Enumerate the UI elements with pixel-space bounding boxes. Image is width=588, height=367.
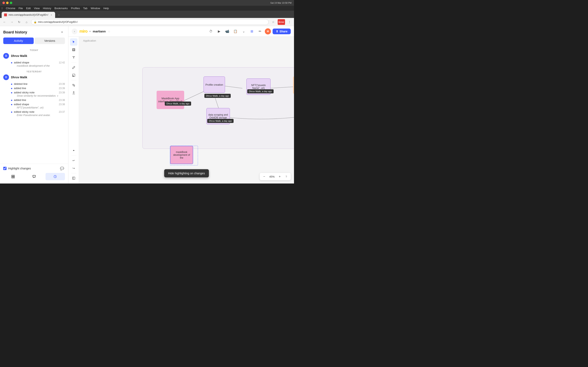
- undo-btn[interactable]: ↩: [70, 157, 77, 164]
- browser-chrome: miro.com/app/board/uXjVOFvqy80=/ × + ← →…: [0, 11, 294, 26]
- active-tab[interactable]: miro.com/app/board/uXjVOFvqy80=/ ×: [2, 12, 55, 18]
- main-area: ‹ miro ▾ martiann ☆ ⏱ ▶ 📹 📋 ⌄ ⊞ ✏ M ⬆ Sh…: [68, 26, 294, 184]
- activity-item-added-line: added line 23:39: [3, 86, 65, 90]
- frame-tool[interactable]: [70, 46, 77, 53]
- more-btn[interactable]: ⌄: [240, 28, 247, 35]
- activity-dot: [11, 62, 12, 63]
- activity-item-edited-shape: edited shape 23:38 NFT("psuedoName", uri…: [3, 102, 65, 110]
- close-window-btn[interactable]: [2, 2, 5, 4]
- share-btn[interactable]: ⬆ Share: [273, 29, 291, 34]
- svg-rect-3: [13, 177, 15, 178]
- comment-btn[interactable]: [24, 173, 44, 180]
- help-menu[interactable]: Help: [103, 7, 109, 10]
- activity-tab[interactable]: Activity: [3, 38, 34, 44]
- history-menu[interactable]: History: [43, 7, 51, 10]
- versions-tab[interactable]: Versions: [35, 38, 65, 44]
- window-menu[interactable]: Window: [91, 7, 100, 10]
- view-menu[interactable]: View: [34, 7, 40, 10]
- expand-btn[interactable]: ▾: [57, 95, 58, 97]
- bookmark-btn[interactable]: ☆: [270, 19, 276, 25]
- edit-menu[interactable]: Edit: [26, 7, 31, 10]
- activity-line: added shape 12:42: [14, 61, 65, 64]
- file-menu[interactable]: File: [18, 7, 23, 10]
- reload-btn[interactable]: ↻: [16, 19, 22, 25]
- present-btn[interactable]: ▶: [216, 28, 222, 35]
- draw-btn[interactable]: ✏: [257, 28, 263, 35]
- address-text: miro.com/app/board/uXjVOFvqy80=/: [38, 21, 78, 24]
- activity-action-5: added line: [14, 99, 26, 101]
- draw-tool[interactable]: [70, 64, 77, 71]
- forward-btn[interactable]: →: [9, 19, 15, 25]
- miro-chevron[interactable]: ▾: [89, 30, 91, 33]
- new-tab-btn[interactable]: +: [56, 12, 62, 18]
- video-btn[interactable]: 📹: [224, 28, 231, 35]
- comment-icon: [32, 175, 36, 178]
- tab-favicon: [4, 13, 7, 16]
- activity-line-7: edited sticky note 23:37: [14, 110, 65, 113]
- zoom-help-btn[interactable]: ?: [284, 174, 289, 179]
- activity-text-3: added line 23:39: [14, 87, 65, 90]
- sticky-tool[interactable]: [70, 72, 77, 79]
- timer-btn[interactable]: ⏱: [208, 28, 214, 35]
- settings-btn[interactable]: ⋮: [287, 19, 292, 25]
- history-btn[interactable]: [45, 173, 65, 180]
- svg-rect-7: [72, 177, 75, 179]
- address-bar[interactable]: 🔒 miro.com/app/board/uXjVOFvqy80=/: [31, 19, 269, 25]
- activity-preview-6: NFT("psuedoName", uri): [14, 106, 65, 109]
- maximize-window-btn[interactable]: [10, 2, 12, 4]
- tab-close-btn[interactable]: ×: [50, 13, 53, 16]
- user-name-1: Dhruv Malik: [11, 54, 27, 58]
- activity-dot-7: [11, 111, 12, 113]
- profiles-menu[interactable]: Profiles: [71, 7, 80, 10]
- title-bar-right: Sat 19 Mar 10:58 PM: [270, 2, 292, 4]
- svg-rect-2: [11, 177, 13, 178]
- bookmarks-menu[interactable]: Bookmarks: [54, 7, 68, 10]
- zoom-in-btn[interactable]: +: [277, 174, 282, 179]
- cursor-tool[interactable]: [70, 38, 77, 46]
- text-icon: [72, 56, 75, 59]
- zoom-level: 45%: [268, 175, 276, 178]
- zoom-controls: − 45% + ?: [260, 173, 291, 180]
- panel-toggle-btn[interactable]: [70, 175, 77, 182]
- nav-prev-btn[interactable]: ‹: [72, 29, 77, 34]
- activity-item-added-line-2: added line 23:38: [3, 98, 65, 102]
- upload-tool[interactable]: [70, 89, 77, 97]
- chrome-menu[interactable]: Chrome: [6, 7, 15, 10]
- app-layout: Board history × Activity Versions TODAY …: [0, 26, 294, 184]
- tab-title: miro.com/app/board/uXjVOFvqy80=/: [9, 13, 48, 16]
- minimize-window-btn[interactable]: [6, 2, 9, 4]
- extensions-btn[interactable]: Error: [278, 19, 285, 25]
- layout-icon: [11, 175, 15, 178]
- redo-btn[interactable]: ↪: [70, 165, 77, 172]
- more-tools-btn[interactable]: [70, 147, 77, 154]
- zoom-out-btn[interactable]: −: [262, 174, 267, 179]
- shape-profile-creation[interactable]: Profile creation: [204, 76, 225, 93]
- apple-menu[interactable]: : [2, 7, 3, 10]
- board-star-icon[interactable]: ☆: [108, 30, 111, 33]
- highlight-label: Highlight changes: [8, 167, 58, 170]
- home-btn[interactable]: ⌂: [24, 19, 29, 25]
- filter-btn[interactable]: ⊞: [249, 28, 255, 35]
- tab-menu[interactable]: Tab: [83, 7, 87, 10]
- toolbar-spacer: [70, 147, 77, 154]
- sidebar-close-btn[interactable]: ×: [59, 29, 65, 35]
- activity-action: added shape: [14, 61, 29, 64]
- shape-label-profile: Profile creation: [205, 83, 223, 86]
- canvas-area[interactable]: Application MaskBook App interface (: [79, 37, 294, 184]
- shape-maskbook-dev[interactable]: maskBook development of the: [170, 146, 193, 164]
- shape-enter-pseudo[interactable]: Enter Pseudoname and avatar.: [293, 76, 294, 94]
- text-tool[interactable]: [70, 54, 77, 61]
- highlight-checkbox[interactable]: [3, 167, 7, 170]
- chevrons-icon: [72, 149, 75, 152]
- canvas-container: ↩ ↪ Application: [68, 37, 294, 184]
- activity-time: 12:42: [59, 61, 65, 64]
- notes-btn[interactable]: 📋: [232, 28, 239, 35]
- layout-btn[interactable]: [3, 173, 23, 180]
- activity-time-6: 23:38: [59, 103, 65, 106]
- activity-line-2: deleted line 23:39: [14, 82, 65, 85]
- shape-maskbook-app[interactable]: MaskBook App interface (Simplified): [156, 91, 184, 109]
- back-btn[interactable]: ←: [2, 19, 7, 25]
- activity-item-1: added shape 12:42 maskBook development o…: [3, 60, 65, 68]
- crop-tool[interactable]: [70, 82, 77, 89]
- reaction-btn[interactable]: 💬: [59, 166, 65, 171]
